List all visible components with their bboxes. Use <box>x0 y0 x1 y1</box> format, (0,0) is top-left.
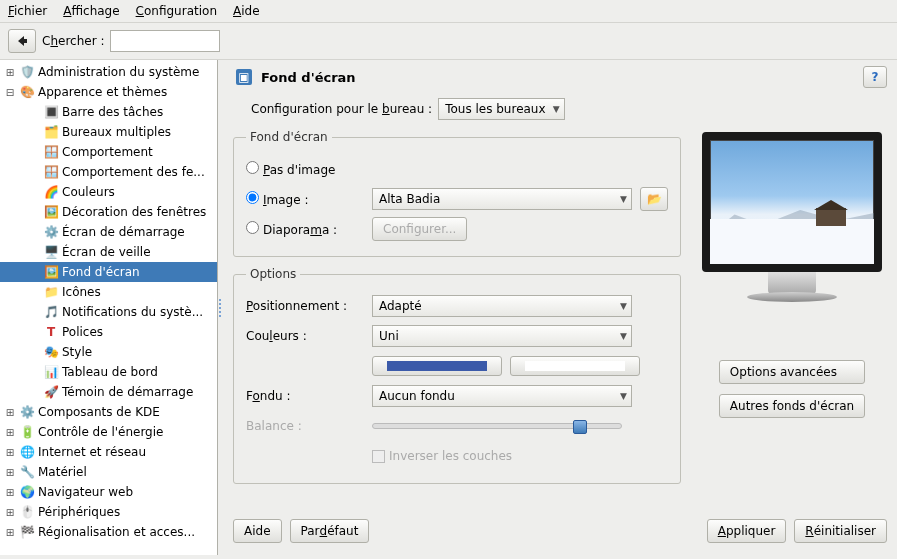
window-icon: 🪟 <box>43 164 59 180</box>
tree-item-screensaver[interactable]: 🖥️Écran de veille <box>0 242 217 262</box>
desktops-icon: 🗂️ <box>43 124 59 140</box>
tree-item-multidesk[interactable]: 🗂️Bureaux multiples <box>0 122 217 142</box>
icons-icon: 📁 <box>43 284 59 300</box>
options-legend: Options <box>246 267 300 281</box>
mouse-icon: 🖱️ <box>19 504 35 520</box>
toolbar: Chercher : <box>0 23 897 60</box>
blend-label: Fondu : <box>246 389 364 403</box>
color1-button[interactable] <box>372 356 502 376</box>
content-panel: ▣ Fond d'écran ? Configuration pour le b… <box>223 60 897 555</box>
radio-image[interactable]: Image : <box>246 191 364 207</box>
other-wallpapers-button[interactable]: Autres fonds d'écran <box>719 394 865 418</box>
rocket-icon: 🚀 <box>43 384 59 400</box>
deco-icon: 🖼️ <box>43 204 59 220</box>
image-combo[interactable]: Alta Badia <box>372 188 632 210</box>
desktop-combo[interactable]: Tous les bureaux <box>438 98 564 120</box>
footer-buttons: Aide Par défaut Appliquer Réinitialiser <box>233 509 887 555</box>
window-icon: 🪟 <box>43 144 59 160</box>
menubar: Fichier Affichage Configuration Aide <box>0 0 897 23</box>
help-button[interactable]: ? <box>863 66 887 88</box>
note-icon: 🎵 <box>43 304 59 320</box>
tree-item-icons[interactable]: 📁Icônes <box>0 282 217 302</box>
tree-item-style[interactable]: 🎭Style <box>0 342 217 362</box>
tree-item-admin[interactable]: ⊞🛡️Administration du système <box>0 62 217 82</box>
taskbar-icon: 🔳 <box>43 104 59 120</box>
defaults-button[interactable]: Par défaut <box>290 519 370 543</box>
color2-button[interactable] <box>510 356 640 376</box>
menu-config[interactable]: Configuration <box>136 4 217 18</box>
tree-item-browser[interactable]: ⊞🌍Navigateur web <box>0 482 217 502</box>
image-icon: 🖼️ <box>43 264 59 280</box>
desktop-for-label: Configuration pour le bureau : <box>251 102 432 116</box>
tree-item-periph[interactable]: ⊞🖱️Périphériques <box>0 502 217 522</box>
configure-slideshow-button: Configurer... <box>372 217 467 241</box>
gear-icon: ⚙️ <box>19 404 35 420</box>
power-icon: 🔋 <box>19 424 35 440</box>
open-file-button[interactable]: 📂 <box>640 187 668 211</box>
preview-monitor <box>702 132 882 272</box>
page-title: Fond d'écran <box>261 70 356 85</box>
radio-noimage[interactable]: Pas d'image <box>246 161 335 177</box>
balance-label: Balance : <box>246 419 364 433</box>
font-icon: T <box>43 324 59 340</box>
panel-icon: 📊 <box>43 364 59 380</box>
shield-icon: 🛡️ <box>19 64 35 80</box>
hw-icon: 🔧 <box>19 464 35 480</box>
folder-open-icon: 📂 <box>647 192 662 206</box>
colors-label: Couleurs : <box>246 329 364 343</box>
tree-item-taskbar[interactable]: 🔳Barre des tâches <box>0 102 217 122</box>
style-icon: 🎭 <box>43 344 59 360</box>
back-button[interactable] <box>8 29 36 53</box>
apply-button[interactable]: Appliquer <box>707 519 787 543</box>
radio-diaporama[interactable]: Diaporama : <box>246 221 364 237</box>
wallpaper-legend: Fond d'écran <box>246 130 332 144</box>
menu-view[interactable]: Affichage <box>63 4 119 18</box>
tree-item-hw[interactable]: ⊞🔧Matériel <box>0 462 217 482</box>
tree-item-behavior[interactable]: 🪟Comportement <box>0 142 217 162</box>
reset-button[interactable]: Réinitialiser <box>794 519 887 543</box>
tree-item-appearance[interactable]: ⊟🎨Apparence et thèmes <box>0 82 217 102</box>
palette-icon: 🎨 <box>19 84 35 100</box>
colors-icon: 🌈 <box>43 184 59 200</box>
search-input[interactable] <box>110 30 220 52</box>
tree-item-colors[interactable]: 🌈Couleurs <box>0 182 217 202</box>
tree-item-panel[interactable]: 📊Tableau de bord <box>0 362 217 382</box>
options-group: Options Positionnement : Adapté Couleurs… <box>233 267 681 484</box>
tree-item-kde[interactable]: ⊞⚙️Composants de KDE <box>0 402 217 422</box>
tree-sidebar[interactable]: ⊞🛡️Administration du système ⊟🎨Apparence… <box>0 60 218 555</box>
tree-item-notif[interactable]: 🎵Notifications du systè... <box>0 302 217 322</box>
colors-combo[interactable]: Uni <box>372 325 632 347</box>
position-combo[interactable]: Adapté <box>372 295 632 317</box>
tree-item-windeco[interactable]: 🖼️Décoration des fenêtres <box>0 202 217 222</box>
wallpaper-group: Fond d'écran Pas d'image Image : Alta Ba… <box>233 130 681 257</box>
menu-help[interactable]: Aide <box>233 4 260 18</box>
gear-icon: ⚙️ <box>43 224 59 240</box>
search-label: Chercher : <box>42 34 104 48</box>
tree-item-region[interactable]: ⊞🏁Régionalisation et acces... <box>0 522 217 542</box>
advanced-options-button[interactable]: Options avancées <box>719 360 865 384</box>
menu-file[interactable]: Fichier <box>8 4 47 18</box>
balance-slider <box>372 423 622 429</box>
globe-icon: 🌐 <box>19 444 35 460</box>
image-icon: ▣ <box>236 69 252 85</box>
browser-icon: 🌍 <box>19 484 35 500</box>
invert-checkbox: Inverser les couches <box>372 449 512 463</box>
monitor-icon: 🖥️ <box>43 244 59 260</box>
tree-item-splash[interactable]: ⚙️Écran de démarrage <box>0 222 217 242</box>
help-footer-button[interactable]: Aide <box>233 519 282 543</box>
position-label: Positionnement : <box>246 299 364 313</box>
blend-combo[interactable]: Aucun fondu <box>372 385 632 407</box>
tree-item-net[interactable]: ⊞🌐Internet et réseau <box>0 442 217 462</box>
tree-item-power[interactable]: ⊞🔋Contrôle de l'énergie <box>0 422 217 442</box>
tree-item-fonts[interactable]: TPolices <box>0 322 217 342</box>
tree-item-winbehavior[interactable]: 🪟Comportement des fe... <box>0 162 217 182</box>
tree-item-wallpaper[interactable]: 🖼️Fond d'écran <box>0 262 217 282</box>
tree-item-launch[interactable]: 🚀Témoin de démarrage <box>0 382 217 402</box>
flag-icon: 🏁 <box>19 524 35 540</box>
